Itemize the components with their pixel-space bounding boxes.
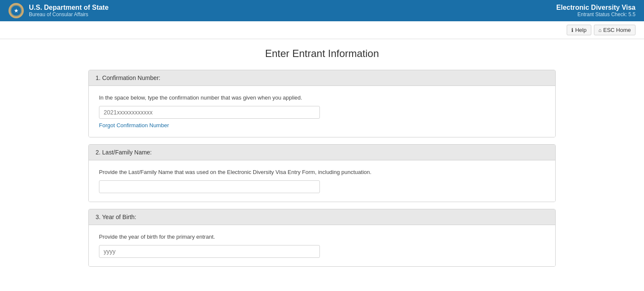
form-section-2: 2. Last/Family Name:Provide the Last/Fam… xyxy=(88,144,556,202)
section-body-2: Provide the Last/Family Name that was us… xyxy=(89,160,555,202)
section-header-1: 1. Confirmation Number: xyxy=(89,70,555,86)
section-body-1: In the space below, type the confirmatio… xyxy=(89,86,555,137)
home-label: ESC Home xyxy=(603,27,631,33)
help-label: Help xyxy=(575,27,587,33)
org-name: U.S. Department of State xyxy=(29,4,109,11)
section-header-3: 3. Year of Birth: xyxy=(89,209,555,225)
main-content: Enter Entrant Information 1. Confirmatio… xyxy=(80,39,564,282)
form-sections: 1. Confirmation Number:In the space belo… xyxy=(88,70,556,267)
section-input-3[interactable] xyxy=(99,245,320,258)
department-seal: ★ xyxy=(8,3,24,18)
app-version: Entrant Status Check: 5.5 xyxy=(556,11,636,17)
svg-text:★: ★ xyxy=(14,8,19,13)
toolbar: ℹ Help ⌂ ESC Home xyxy=(0,21,644,39)
home-icon: ⌂ xyxy=(599,27,602,33)
section-description-1: In the space below, type the confirmatio… xyxy=(99,94,545,101)
section-input-2[interactable] xyxy=(99,180,320,193)
help-button[interactable]: ℹ Help xyxy=(567,25,591,35)
forgot-confirmation-link[interactable]: Forgot Confirmation Number xyxy=(99,122,169,128)
app-title: Electronic Diversity Visa xyxy=(556,4,636,11)
section-body-3: Provide the year of birth for the primar… xyxy=(89,225,555,266)
org-sub: Bureau of Consular Affairs xyxy=(29,11,109,17)
site-header: ★ U.S. Department of State Bureau of Con… xyxy=(0,0,644,21)
header-left: ★ U.S. Department of State Bureau of Con… xyxy=(8,3,109,18)
page-title: Enter Entrant Information xyxy=(88,48,556,60)
section-header-2: 2. Last/Family Name: xyxy=(89,145,555,160)
form-section-1: 1. Confirmation Number:In the space belo… xyxy=(88,70,556,137)
form-section-3: 3. Year of Birth:Provide the year of bir… xyxy=(88,209,556,267)
info-icon: ℹ xyxy=(571,27,573,33)
section-description-3: Provide the year of birth for the primar… xyxy=(99,234,545,240)
org-title: U.S. Department of State Bureau of Consu… xyxy=(29,4,109,17)
esc-home-button[interactable]: ⌂ ESC Home xyxy=(594,25,636,35)
section-description-2: Provide the Last/Family Name that was us… xyxy=(99,169,545,175)
header-right: Electronic Diversity Visa Entrant Status… xyxy=(556,4,636,17)
section-input-1[interactable] xyxy=(99,106,320,119)
